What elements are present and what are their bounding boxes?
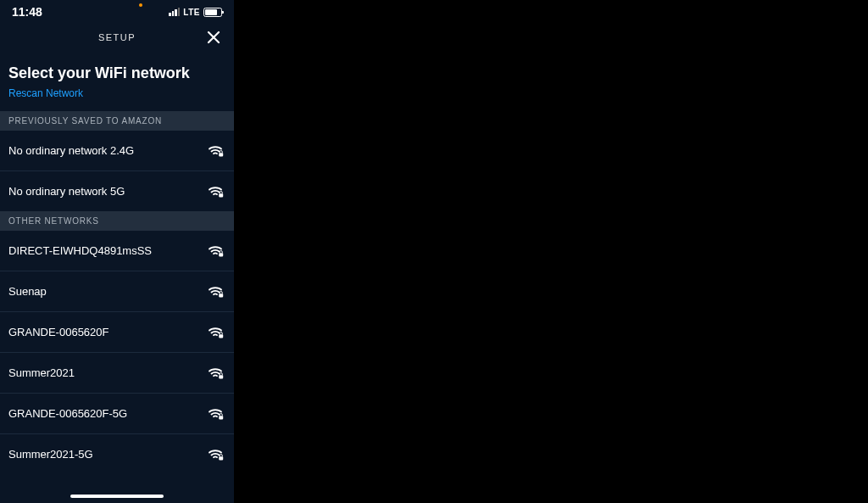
svg-rect-6 (219, 416, 223, 419)
wifi-lock-icon (209, 367, 224, 379)
wifi-lock-icon (209, 408, 224, 420)
network-row[interactable]: Summer2021 (0, 353, 234, 394)
svg-rect-7 (219, 456, 223, 460)
rescan-link[interactable]: Rescan Network (0, 87, 234, 111)
network-name: Summer2021 (8, 366, 75, 379)
wifi-lock-icon (209, 186, 224, 198)
network-row[interactable]: GRANDE-0065620F-5G (0, 394, 234, 434)
wifi-lock-icon (209, 327, 224, 338)
network-name: No ordinary network 2.4G (8, 144, 134, 157)
carrier-label: LTE (183, 8, 200, 17)
notification-dot-icon (139, 3, 142, 7)
wifi-lock-icon (209, 245, 224, 257)
network-row[interactable]: Suenap (0, 271, 234, 312)
network-name: GRANDE-0065620F-5G (8, 407, 127, 420)
svg-rect-1 (219, 193, 223, 197)
status-time: 11:48 (12, 5, 42, 19)
svg-rect-4 (219, 334, 223, 338)
svg-rect-0 (219, 153, 223, 156)
svg-rect-5 (219, 375, 223, 378)
nav-bar: SETUP (0, 20, 234, 54)
network-row[interactable]: DIRECT-EIWHDQ4891msSS (0, 231, 234, 271)
section-header-other: OTHER NETWORKS (0, 211, 234, 231)
svg-rect-3 (219, 293, 223, 297)
wifi-lock-icon (209, 145, 224, 157)
battery-icon (203, 8, 222, 17)
svg-rect-2 (219, 253, 223, 256)
network-name: No ordinary network 5G (8, 185, 125, 198)
network-row[interactable]: No ordinary network 5G (0, 171, 234, 211)
network-row[interactable]: Summer2021-5G (0, 434, 234, 474)
network-name: Suenap (8, 285, 47, 298)
home-indicator[interactable] (70, 495, 164, 498)
status-bar: 11:48 LTE (0, 0, 234, 20)
section-header-saved: PREVIOUSLY SAVED TO AMAZON (0, 111, 234, 131)
other-network-list: DIRECT-EIWHDQ4891msSS Suenap GRANDE-0065 (0, 231, 234, 474)
wifi-lock-icon (209, 449, 224, 461)
status-right: LTE (169, 8, 222, 17)
nav-title: SETUP (98, 32, 136, 42)
phone-pane: 11:48 LTE SETUP Select your WiFi network… (0, 0, 234, 503)
close-button[interactable] (203, 27, 224, 48)
page-heading: Select your WiFi network (0, 54, 234, 87)
saved-network-list: No ordinary network 2.4G No ordinary net… (0, 131, 234, 211)
close-icon (207, 31, 220, 44)
signal-icon (169, 8, 180, 16)
wifi-lock-icon (209, 286, 224, 298)
network-name: Summer2021-5G (8, 448, 93, 461)
network-row[interactable]: GRANDE-0065620F (0, 312, 234, 353)
network-name: DIRECT-EIWHDQ4891msSS (8, 244, 152, 257)
network-name: GRANDE-0065620F (8, 326, 109, 338)
network-row[interactable]: No ordinary network 2.4G (0, 131, 234, 171)
